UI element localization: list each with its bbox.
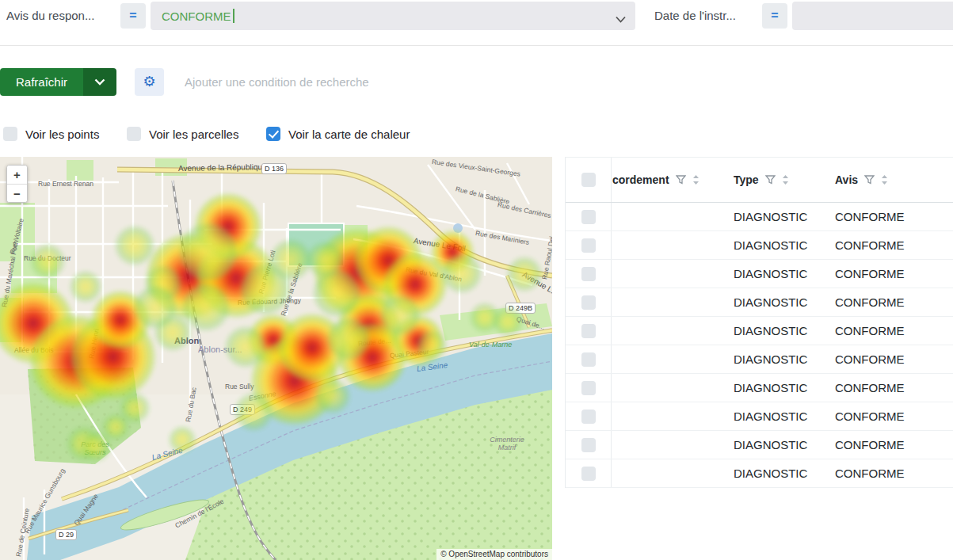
cell-avis: CONFORME <box>833 402 953 430</box>
row-checkbox-cell <box>566 345 612 373</box>
map-option-points[interactable]: Voir les points <box>3 127 99 141</box>
map[interactable]: Avenue de la RépubliqueD 136Rue des Vieu… <box>0 157 552 560</box>
map-option-parcelles[interactable]: Voir les parcelles <box>127 127 238 141</box>
refresh-dropdown-button[interactable] <box>83 68 116 96</box>
row-checkbox-cell <box>566 231 612 259</box>
avis-filter-select[interactable]: CONFORME <box>151 2 635 30</box>
row-checkbox-cell <box>566 260 612 288</box>
table-row: DIAGNOSTICCONFORME <box>566 288 953 317</box>
search-settings-button[interactable]: ⚙ <box>135 68 164 96</box>
table-header: cordement Type Avis <box>566 158 953 203</box>
points-checkbox[interactable] <box>3 127 17 141</box>
map-zoom-control: + − <box>6 165 28 203</box>
zoom-in-button[interactable]: + <box>7 166 27 184</box>
cell-avis: CONFORME <box>833 288 953 316</box>
cell-type: DIAGNOSTIC <box>732 374 833 402</box>
filter-icon[interactable] <box>676 175 686 185</box>
date-filter-input[interactable] <box>792 2 953 30</box>
row-checkbox-cell <box>566 374 612 402</box>
search-condition-placeholder[interactable]: Ajouter une condition de recherche <box>185 68 369 96</box>
table-row: DIAGNOSTICCONFORME <box>566 459 953 488</box>
points-checkbox-label: Voir les points <box>25 128 99 141</box>
table-row: DIAGNOSTICCONFORME <box>566 402 953 431</box>
cell-avis: CONFORME <box>833 431 953 459</box>
avis-filter-label: Avis du respon... <box>6 2 116 30</box>
heatmap-checkbox[interactable] <box>266 127 280 141</box>
filter-icon[interactable] <box>765 175 776 185</box>
select-all-checkbox[interactable] <box>581 173 596 187</box>
cell-type: DIAGNOSTIC <box>732 402 833 430</box>
date-operator-button[interactable]: = <box>762 3 787 29</box>
cell-raccordement <box>612 203 732 230</box>
avis-filter-value: CONFORME <box>162 10 231 23</box>
map-tiles <box>0 157 552 560</box>
row-checkbox[interactable] <box>581 352 596 367</box>
text-cursor <box>233 9 234 23</box>
refresh-button[interactable]: Rafraîchir <box>0 68 83 96</box>
heatmap-checkbox-label: Voir la carte de chaleur <box>288 128 410 141</box>
map-options-row: Voir les points Voir les parcelles Voir … <box>0 127 953 143</box>
table-row: DIAGNOSTICCONFORME <box>566 260 953 288</box>
cell-type: DIAGNOSTIC <box>732 317 833 345</box>
row-checkbox-cell <box>566 402 612 430</box>
table-body: DIAGNOSTICCONFORMEDIAGNOSTICCONFORMEDIAG… <box>566 203 953 488</box>
gear-icon: ⚙ <box>143 74 155 90</box>
row-checkbox-cell <box>566 203 612 230</box>
row-checkbox[interactable] <box>581 467 596 481</box>
row-checkbox[interactable] <box>581 295 596 310</box>
zoom-out-button[interactable]: − <box>7 184 27 202</box>
parcelles-checkbox-label: Voir les parcelles <box>149 128 238 141</box>
row-checkbox[interactable] <box>581 267 596 281</box>
row-checkbox[interactable] <box>581 381 596 395</box>
parcelles-checkbox[interactable] <box>127 127 141 141</box>
table-row: DIAGNOSTICCONFORME <box>566 431 953 459</box>
table-row: DIAGNOSTICCONFORME <box>566 317 953 345</box>
cell-avis: CONFORME <box>833 231 953 259</box>
row-checkbox[interactable] <box>581 324 596 338</box>
toolbar: Rafraîchir ⚙ Ajouter une condition de re… <box>0 68 953 96</box>
cell-type: DIAGNOSTIC <box>732 459 833 487</box>
header-checkbox-cell <box>566 158 612 202</box>
cell-avis: CONFORME <box>833 374 953 402</box>
cell-type: DIAGNOSTIC <box>732 345 833 373</box>
cell-type: DIAGNOSTIC <box>732 260 833 288</box>
avis-operator-button[interactable]: = <box>120 3 146 29</box>
cell-raccordement <box>612 402 732 430</box>
column-header-raccordement[interactable]: cordement <box>612 173 732 186</box>
sort-icon[interactable] <box>881 174 888 185</box>
row-checkbox[interactable] <box>581 238 596 253</box>
cell-avis: CONFORME <box>833 317 953 345</box>
cell-raccordement <box>612 317 732 345</box>
column-header-type[interactable]: Type <box>732 173 833 186</box>
sort-icon[interactable] <box>782 174 789 185</box>
cell-type: DIAGNOSTIC <box>732 431 833 459</box>
cell-raccordement <box>612 459 732 487</box>
cell-type: DIAGNOSTIC <box>732 288 833 316</box>
cell-raccordement <box>612 231 732 259</box>
row-checkbox-cell <box>566 317 612 345</box>
row-checkbox[interactable] <box>581 210 596 224</box>
cell-raccordement <box>612 345 732 373</box>
table-row: DIAGNOSTICCONFORME <box>566 231 953 260</box>
table-row: DIAGNOSTICCONFORME <box>566 203 953 231</box>
table-row: DIAGNOSTICCONFORME <box>566 345 953 374</box>
map-option-chaleur[interactable]: Voir la carte de chaleur <box>266 127 410 141</box>
column-header-avis[interactable]: Avis <box>833 173 953 186</box>
filter-icon[interactable] <box>864 175 875 185</box>
cell-type: DIAGNOSTIC <box>732 231 833 259</box>
row-checkbox[interactable] <box>581 410 596 424</box>
cell-avis: CONFORME <box>833 203 953 230</box>
section-divider <box>0 45 953 46</box>
cell-avis: CONFORME <box>833 345 953 373</box>
chevron-down-icon <box>616 12 626 26</box>
results-table: cordement Type Avis <box>565 157 953 488</box>
row-checkbox[interactable] <box>581 438 596 452</box>
chevron-down-icon <box>94 76 105 88</box>
cell-raccordement <box>612 260 732 288</box>
sort-icon[interactable] <box>692 174 700 185</box>
row-checkbox-cell <box>566 288 612 316</box>
cell-raccordement <box>612 374 732 402</box>
cell-type: DIAGNOSTIC <box>732 203 833 230</box>
date-filter-label: Date de l'instr... <box>654 2 757 30</box>
cell-avis: CONFORME <box>833 459 953 487</box>
